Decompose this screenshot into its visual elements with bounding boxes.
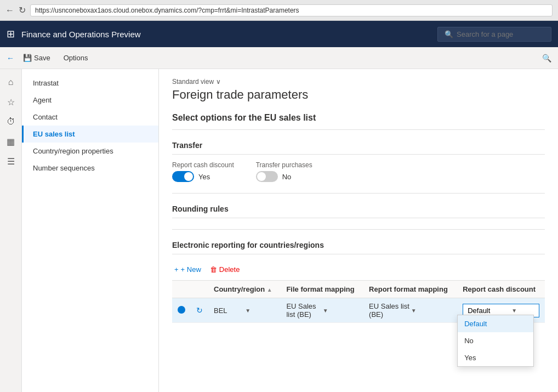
transfer-purchases-toggle[interactable] xyxy=(256,171,278,182)
sidebar-item-country-region[interactable]: Country/region properties xyxy=(22,143,158,160)
back-nav-button[interactable]: ← xyxy=(7,54,14,63)
modules-icon[interactable]: ☰ xyxy=(2,152,20,170)
row-refresh-cell: ↻ xyxy=(191,298,208,323)
rounding-header: Rounding rules xyxy=(172,200,545,218)
transfer-purchases-label: Transfer purchases xyxy=(256,161,312,169)
delete-row-button[interactable]: 🗑 Delete xyxy=(208,264,242,275)
delete-icon: 🗑 xyxy=(210,265,217,274)
electronic-reporting-header: Electronic reporting for countries/regio… xyxy=(172,236,545,254)
search-icon: 🔍 xyxy=(445,30,453,38)
command-bar: ← 💾 Save Options 🔍 xyxy=(0,47,558,69)
col-header-refresh xyxy=(191,281,208,298)
report-cash-discount-label: Report cash discount xyxy=(172,161,234,169)
report-cash-discount-value: Yes xyxy=(198,173,210,181)
left-navigation: Intrastat Agent Contact EU sales list Co… xyxy=(22,69,159,392)
country-caret: ▼ xyxy=(245,308,275,314)
transfer-purchases-toggle-container: No xyxy=(256,171,312,182)
row-file-format-cell: EU Sales list (BE) ▼ xyxy=(281,298,363,323)
report-cash-discount-toggle[interactable] xyxy=(172,171,194,182)
col-header-report-format: Report format mapping xyxy=(363,281,457,298)
dropdown-option-yes[interactable]: Yes xyxy=(458,349,533,366)
electronic-divider xyxy=(172,229,545,230)
report-cash-caret: ▼ xyxy=(511,308,517,314)
new-label: + New xyxy=(181,265,201,274)
col-header-radio xyxy=(172,281,191,298)
sidebar-item-contact[interactable]: Contact xyxy=(22,109,158,126)
sidebar-item-intrastat[interactable]: Intrastat xyxy=(22,75,158,92)
address-bar[interactable]: https://usnconeboxax1aos.cloud.onebox.dy… xyxy=(30,4,553,16)
favorites-icon[interactable]: ☆ xyxy=(2,93,20,111)
main-layout: ⌂ ☆ ⏱ ▦ ☰ Intrastat Agent Contact EU sal… xyxy=(0,69,558,392)
workspaces-icon[interactable]: ▦ xyxy=(2,133,20,150)
content-area: Standard view ∨ Foreign trade parameters… xyxy=(159,69,558,392)
save-icon: 💾 xyxy=(23,54,32,62)
sidebar-item-number-sequences[interactable]: Number sequences xyxy=(22,160,158,177)
section-heading: Select options for the EU sales list xyxy=(172,113,545,123)
report-cash-discount-field: Report cash discount Yes xyxy=(172,161,234,182)
view-selector-caret: ∨ xyxy=(216,78,221,86)
electronic-reporting-section: Electronic reporting for countries/regio… xyxy=(172,236,545,323)
file-format-select[interactable]: EU Sales list (BE) ▼ xyxy=(286,302,358,319)
report-cash-input[interactable] xyxy=(468,306,511,315)
home-icon[interactable]: ⌂ xyxy=(2,73,20,91)
new-icon: + xyxy=(174,265,179,274)
dropdown-option-no[interactable]: No xyxy=(458,332,533,349)
row-report-cash-cell[interactable]: ▼ Default No Yes xyxy=(457,298,545,323)
browser-bar: ← ↻ https://usnconeboxax1aos.cloud.onebo… xyxy=(0,0,558,21)
row-country-cell: BEL ▼ xyxy=(208,298,281,323)
report-format-select[interactable]: EU Sales list (BE) ▼ xyxy=(369,302,452,319)
table-header: Country/region ▲ File format mapping Rep… xyxy=(172,281,545,298)
search-box[interactable]: 🔍 xyxy=(437,27,551,42)
command-search-button[interactable]: 🔍 xyxy=(542,54,551,63)
toggle-knob xyxy=(184,172,193,181)
col-header-country: Country/region ▲ xyxy=(208,281,281,298)
row-radio-cell[interactable] xyxy=(172,298,191,323)
grid-icon[interactable]: ⊞ xyxy=(7,28,15,40)
recent-icon[interactable]: ⏱ xyxy=(2,113,20,130)
col-header-file-format: File format mapping xyxy=(281,281,363,298)
save-button[interactable]: 💾 Save xyxy=(19,52,55,64)
sync-icon[interactable]: ↻ xyxy=(196,306,203,315)
country-value: BEL xyxy=(214,306,244,315)
view-selector[interactable]: Standard view ∨ xyxy=(172,78,545,86)
delete-label: Delete xyxy=(219,265,240,274)
row-report-format-cell: EU Sales list (BE) ▼ xyxy=(363,298,457,323)
report-format-caret: ▼ xyxy=(411,308,452,314)
nav-icons-strip: ⌂ ☆ ⏱ ▦ ☰ xyxy=(0,69,22,392)
rounding-section: Rounding rules xyxy=(172,200,545,218)
new-row-button[interactable]: + + New xyxy=(172,264,203,275)
save-label: Save xyxy=(34,54,50,62)
country-select[interactable]: BEL ▼ xyxy=(214,306,275,315)
sort-icon[interactable]: ▲ xyxy=(267,287,272,293)
back-button[interactable]: ← xyxy=(5,5,14,15)
transfer-purchases-field: Transfer purchases No xyxy=(256,161,312,182)
toggle-knob-2 xyxy=(257,172,266,181)
table-toolbar: + + New 🗑 Delete xyxy=(172,261,545,278)
app-title: Finance and Operations Preview xyxy=(21,30,437,39)
rounding-divider xyxy=(172,193,545,194)
dropdown-option-default[interactable]: Default xyxy=(458,315,533,332)
options-label: Options xyxy=(64,54,88,62)
transfer-header: Transfer xyxy=(172,137,545,155)
page-title: Foreign trade parameters xyxy=(172,88,545,102)
view-selector-label: Standard view xyxy=(172,78,214,86)
search-input[interactable] xyxy=(457,30,544,38)
transfer-section: Transfer Report cash discount Yes Transf… xyxy=(172,137,545,182)
section-divider xyxy=(172,129,545,130)
sidebar-item-agent[interactable]: Agent xyxy=(22,92,158,109)
report-format-value: EU Sales list (BE) xyxy=(369,302,410,319)
transfer-fields: Report cash discount Yes Transfer purcha… xyxy=(172,161,545,182)
report-cash-dropdown-menu: Default No Yes xyxy=(457,315,534,367)
row-radio[interactable] xyxy=(178,306,185,314)
options-button[interactable]: Options xyxy=(59,52,93,64)
table-body: ↻ BEL ▼ EU Sales list (BE) ▼ xyxy=(172,298,545,323)
col-header-report-cash: Report cash discount xyxy=(457,281,545,298)
file-format-caret: ▼ xyxy=(323,308,358,314)
app-header: ⊞ Finance and Operations Preview 🔍 xyxy=(0,21,558,47)
sidebar-item-eu-sales-list[interactable]: EU sales list xyxy=(22,126,158,143)
report-cash-discount-toggle-container: Yes xyxy=(172,171,234,182)
table-row[interactable]: ↻ BEL ▼ EU Sales list (BE) ▼ xyxy=(172,298,545,323)
electronic-reporting-table: Country/region ▲ File format mapping Rep… xyxy=(172,280,545,323)
file-format-value: EU Sales list (BE) xyxy=(286,302,321,319)
refresh-button[interactable]: ↻ xyxy=(19,5,26,15)
